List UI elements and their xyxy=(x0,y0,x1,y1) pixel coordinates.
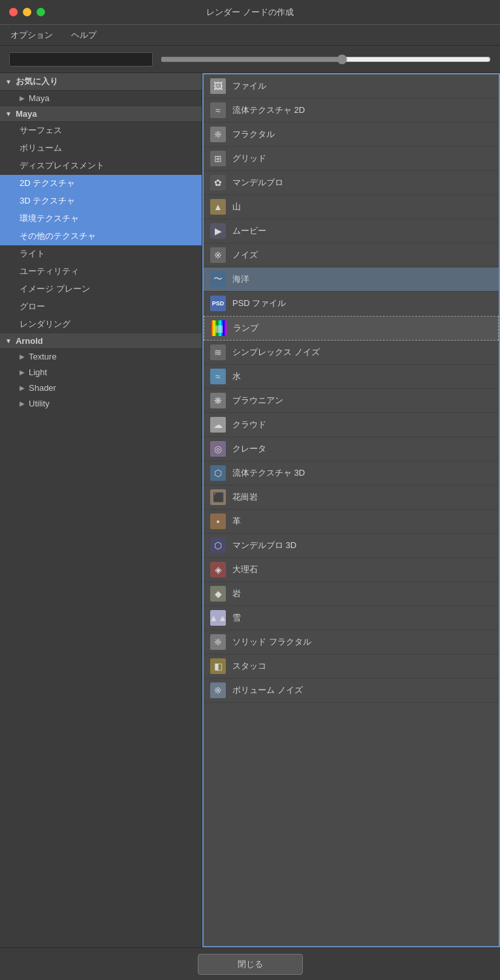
tree-item-arnold-texture[interactable]: ▶ Texture xyxy=(0,349,202,365)
tree-item-3d-texture[interactable]: 3D テクスチャ xyxy=(0,192,202,210)
list-item-marble[interactable]: ◈大理石 xyxy=(204,558,499,582)
noise-icon: ※ xyxy=(210,247,226,263)
fluid2d-icon: ≈ xyxy=(210,102,226,118)
leather-label: 革 xyxy=(232,515,241,527)
tree-item-env-texture[interactable]: 環境テクスチャ xyxy=(0,210,202,228)
solid-fractal-icon: ❈ xyxy=(210,634,226,650)
list-item-brownian[interactable]: ❋ブラウニアン xyxy=(204,389,499,413)
list-item-mandelbrot3d[interactable]: ⬡マンデルブロ 3D xyxy=(204,534,499,558)
list-item-file[interactable]: 🖼ファイル xyxy=(204,74,499,99)
tree-item-arnold-shader[interactable]: ▶ Shader xyxy=(0,380,202,396)
zoom-slider[interactable] xyxy=(161,54,491,65)
list-item-cloud[interactable]: ☁クラウド xyxy=(204,413,499,437)
mandelbrot3d-label: マンデルブロ 3D xyxy=(232,540,296,551)
tree-item-glow[interactable]: グロー xyxy=(0,298,202,316)
ramp-label: ランプ xyxy=(233,322,258,334)
list-item-granite[interactable]: ⬛花崗岩 xyxy=(204,485,499,510)
maya-fav-label: Maya xyxy=(29,93,50,103)
tree-item-surface[interactable]: サーフェス xyxy=(0,122,202,140)
toolbar xyxy=(0,46,500,73)
tree-panel: ▼ お気に入り ▶ Maya ▼ Maya サーフェス ボリューム ディスプレイ… xyxy=(0,73,202,947)
list-item-crater[interactable]: ◎クレータ xyxy=(204,437,499,461)
list-item-volume-noise[interactable]: ※ボリューム ノイズ xyxy=(204,679,499,703)
tree-item-arnold-utility[interactable]: ▶ Utility xyxy=(0,396,202,412)
list-item-solid-fractal[interactable]: ❈ソリッド フラクタル xyxy=(204,630,499,654)
env-texture-label: 環境テクスチャ xyxy=(20,213,79,224)
cloud-label: クラウド xyxy=(232,419,266,431)
tree-item-displacement[interactable]: ディスプレイスメント xyxy=(0,157,202,175)
fractal-icon: ❈ xyxy=(210,127,226,142)
favorites-label: お気に入り xyxy=(16,76,58,87)
tree-group-maya[interactable]: ▼ Maya xyxy=(0,106,202,122)
close-button[interactable]: 閉じる xyxy=(198,954,303,975)
list-item-stucco[interactable]: ◧スタッコ xyxy=(204,654,499,679)
tree-item-2d-texture[interactable]: 2D テクスチャ xyxy=(0,175,202,192)
arnold-utility-label: Utility xyxy=(29,399,50,408)
psd-icon: PSD xyxy=(210,296,226,311)
slider-container xyxy=(161,54,491,65)
minimize-window-button[interactable] xyxy=(23,8,31,16)
list-item-rock[interactable]: ◆岩 xyxy=(204,582,499,606)
list-item-fractal[interactable]: ❈フラクタル xyxy=(204,123,499,147)
mandelbrot-label: マンデルブロ xyxy=(232,177,283,189)
list-item-mandelbrot[interactable]: ✿マンデルブロ xyxy=(204,171,499,195)
image-plane-label: イメージ プレーン xyxy=(20,283,90,295)
list-item-ocean[interactable]: 〜海洋 xyxy=(204,268,499,292)
list-item-fluid3d[interactable]: ⬡流体テクスチャ 3D xyxy=(204,461,499,485)
tree-item-other-texture[interactable]: その他のテクスチャ xyxy=(0,228,202,245)
fluid2d-label: 流体テクスチャ 2D xyxy=(232,104,305,116)
tree-item-rendering[interactable]: レンダリング xyxy=(0,316,202,333)
menu-bar: オプション ヘルプ xyxy=(0,25,500,46)
menu-help[interactable]: ヘルプ xyxy=(67,28,101,42)
solid-fractal-label: ソリッド フラクタル xyxy=(232,636,311,648)
arnold-texture-arrow: ▶ xyxy=(20,353,25,360)
tree-item-arnold-light[interactable]: ▶ Light xyxy=(0,365,202,380)
list-item-water[interactable]: ≈水 xyxy=(204,365,499,389)
grid-label: グリッド xyxy=(232,153,266,164)
tree-item-utility[interactable]: ユーティリティ xyxy=(0,263,202,281)
list-item-fluid2d[interactable]: ≈流体テクスチャ 2D xyxy=(204,99,499,123)
tree-group-arnold[interactable]: ▼ Arnold xyxy=(0,333,202,349)
search-input[interactable] xyxy=(9,52,153,67)
favorites-arrow: ▼ xyxy=(5,78,12,85)
maximize-window-button[interactable] xyxy=(37,8,45,16)
list-item-snow[interactable]: ▲▲雪 xyxy=(204,606,499,630)
menu-options[interactable]: オプション xyxy=(7,28,57,42)
mandelbrot3d-icon: ⬡ xyxy=(210,538,226,553)
tree-item-maya-fav[interactable]: ▶ Maya xyxy=(0,91,202,106)
rendering-label: レンダリング xyxy=(20,318,70,330)
list-item-grid[interactable]: ⊞グリッド xyxy=(204,147,499,171)
displacement-label: ディスプレイスメント xyxy=(20,160,104,172)
list-item-movie[interactable]: ▶ムービー xyxy=(204,219,499,243)
marble-label: 大理石 xyxy=(232,564,258,575)
tree-group-favorites[interactable]: ▼ お気に入り xyxy=(0,73,202,91)
list-item-ramp[interactable]: ▦ランプ xyxy=(204,316,499,341)
surface-label: サーフェス xyxy=(20,125,62,136)
utility-label: ユーティリティ xyxy=(20,266,79,277)
list-panel: 🖼ファイル≈流体テクスチャ 2D❈フラクタル⊞グリッド✿マンデルブロ▲山▶ムービ… xyxy=(202,73,500,947)
file-icon: 🖼 xyxy=(210,78,226,94)
window-title: レンダー ノードの作成 xyxy=(206,7,294,18)
list-item-psd[interactable]: PSDPSD ファイル xyxy=(204,292,499,316)
arnold-light-arrow: ▶ xyxy=(20,369,25,376)
list-item-mountain[interactable]: ▲山 xyxy=(204,195,499,219)
tree-item-volume[interactable]: ボリューム xyxy=(0,140,202,157)
maya-label: Maya xyxy=(16,109,37,119)
list-item-leather[interactable]: ▪革 xyxy=(204,510,499,534)
list-item-noise[interactable]: ※ノイズ xyxy=(204,243,499,268)
volume-noise-icon: ※ xyxy=(210,682,226,698)
volume-noise-label: ボリューム ノイズ xyxy=(232,684,303,696)
volume-label: ボリューム xyxy=(20,142,62,154)
close-window-button[interactable] xyxy=(9,8,18,16)
list-item-simplex[interactable]: ≋シンプレックス ノイズ xyxy=(204,341,499,365)
main-content: ▼ お気に入り ▶ Maya ▼ Maya サーフェス ボリューム ディスプレイ… xyxy=(0,73,500,947)
light-label: ライト xyxy=(20,248,45,260)
snow-label: 雪 xyxy=(232,612,241,624)
2d-texture-label: 2D テクスチャ xyxy=(20,177,75,189)
mountain-icon: ▲ xyxy=(210,199,226,215)
title-bar: レンダー ノードの作成 xyxy=(0,0,500,25)
tree-item-light[interactable]: ライト xyxy=(0,245,202,263)
crater-icon: ◎ xyxy=(210,441,226,457)
arnold-shader-arrow: ▶ xyxy=(20,384,25,391)
tree-item-image-plane[interactable]: イメージ プレーン xyxy=(0,281,202,298)
